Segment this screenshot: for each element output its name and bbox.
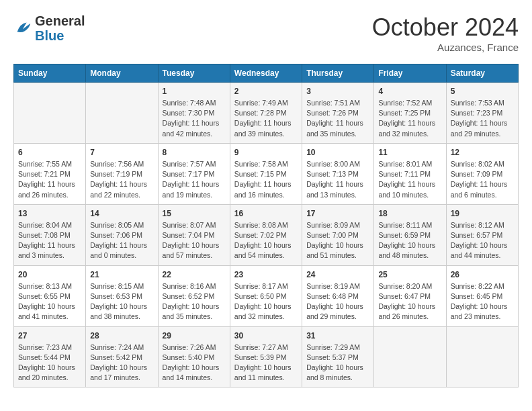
day-details: Sunrise: 8:01 AMSunset: 7:11 PMDaylight:…: [378, 159, 441, 200]
calendar-cell: 2Sunrise: 7:49 AMSunset: 7:28 PMDaylight…: [230, 83, 302, 144]
day-details: Sunrise: 7:49 AMSunset: 7:28 PMDaylight:…: [234, 98, 298, 139]
day-number: 23: [234, 270, 298, 279]
day-details: Sunrise: 8:20 AMSunset: 6:47 PMDaylight:…: [378, 281, 441, 322]
logo-blue: Blue: [35, 28, 85, 43]
day-details: Sunrise: 8:15 AMSunset: 6:53 PMDaylight:…: [90, 281, 153, 322]
day-details: Sunrise: 8:13 AMSunset: 6:55 PMDaylight:…: [18, 281, 81, 322]
day-of-week-header: Thursday: [302, 64, 374, 83]
calendar-cell: 13Sunrise: 8:04 AMSunset: 7:08 PMDayligh…: [14, 204, 86, 265]
calendar-cell: 22Sunrise: 8:16 AMSunset: 6:52 PMDayligh…: [158, 265, 230, 326]
day-of-week-header: Saturday: [446, 64, 518, 83]
calendar-cell: 16Sunrise: 8:08 AMSunset: 7:02 PMDayligh…: [230, 204, 302, 265]
day-number: 2: [234, 87, 298, 96]
calendar-week-row: 27Sunrise: 7:23 AMSunset: 5:44 PMDayligh…: [14, 326, 519, 387]
calendar-cell: [86, 83, 158, 144]
calendar-table: SundayMondayTuesdayWednesdayThursdayFrid…: [13, 64, 519, 387]
day-number: 1: [163, 87, 226, 96]
day-details: Sunrise: 8:04 AMSunset: 7:08 PMDaylight:…: [18, 220, 81, 261]
calendar-cell: 8Sunrise: 7:57 AMSunset: 7:17 PMDaylight…: [158, 143, 230, 204]
day-number: 13: [18, 209, 81, 218]
day-details: Sunrise: 7:56 AMSunset: 7:19 PMDaylight:…: [90, 159, 153, 200]
day-details: Sunrise: 7:55 AMSunset: 7:21 PMDaylight:…: [18, 159, 81, 200]
day-details: Sunrise: 7:48 AMSunset: 7:30 PMDaylight:…: [163, 98, 226, 139]
day-number: 15: [163, 209, 226, 218]
calendar-week-row: 13Sunrise: 8:04 AMSunset: 7:08 PMDayligh…: [14, 204, 519, 265]
calendar-cell: 31Sunrise: 7:29 AMSunset: 5:37 PMDayligh…: [302, 326, 374, 387]
day-details: Sunrise: 7:23 AMSunset: 5:44 PMDaylight:…: [18, 342, 81, 383]
calendar-cell: 1Sunrise: 7:48 AMSunset: 7:30 PMDaylight…: [158, 83, 230, 144]
calendar-week-row: 20Sunrise: 8:13 AMSunset: 6:55 PMDayligh…: [14, 265, 519, 326]
calendar-cell: [374, 326, 446, 387]
calendar-cell: 18Sunrise: 8:11 AMSunset: 6:59 PMDayligh…: [374, 204, 446, 265]
calendar-cell: 30Sunrise: 7:27 AMSunset: 5:39 PMDayligh…: [230, 326, 302, 387]
calendar-cell: [14, 83, 86, 144]
day-details: Sunrise: 7:26 AMSunset: 5:40 PMDaylight:…: [163, 342, 226, 383]
day-number: 22: [163, 270, 226, 279]
calendar-week-row: 6Sunrise: 7:55 AMSunset: 7:21 PMDaylight…: [14, 143, 519, 204]
day-details: Sunrise: 7:58 AMSunset: 7:15 PMDaylight:…: [234, 159, 298, 200]
calendar-cell: [446, 326, 518, 387]
day-number: 20: [18, 270, 81, 279]
day-details: Sunrise: 7:57 AMSunset: 7:17 PMDaylight:…: [163, 159, 226, 200]
day-number: 16: [234, 209, 298, 218]
calendar-cell: 27Sunrise: 7:23 AMSunset: 5:44 PMDayligh…: [14, 326, 86, 387]
day-details: Sunrise: 8:09 AMSunset: 7:00 PMDaylight:…: [306, 220, 369, 261]
day-details: Sunrise: 8:00 AMSunset: 7:13 PMDaylight:…: [306, 159, 369, 200]
calendar-cell: 7Sunrise: 7:56 AMSunset: 7:19 PMDaylight…: [86, 143, 158, 204]
calendar-header-row: SundayMondayTuesdayWednesdayThursdayFrid…: [14, 64, 519, 83]
day-details: Sunrise: 7:24 AMSunset: 5:42 PMDaylight:…: [90, 342, 153, 383]
day-number: 18: [378, 209, 441, 218]
day-details: Sunrise: 8:11 AMSunset: 6:59 PMDaylight:…: [378, 220, 441, 261]
day-of-week-header: Sunday: [14, 64, 86, 83]
calendar-cell: 4Sunrise: 7:52 AMSunset: 7:25 PMDaylight…: [374, 83, 446, 144]
calendar-cell: 21Sunrise: 8:15 AMSunset: 6:53 PMDayligh…: [86, 265, 158, 326]
logo-icon: [13, 19, 32, 38]
day-number: 30: [234, 331, 298, 340]
day-of-week-header: Friday: [374, 64, 446, 83]
location-subtitle: Auzances, France: [372, 42, 519, 53]
day-number: 7: [90, 148, 153, 157]
calendar-cell: 5Sunrise: 7:53 AMSunset: 7:23 PMDaylight…: [446, 83, 518, 144]
day-number: 12: [451, 148, 514, 157]
calendar-cell: 11Sunrise: 8:01 AMSunset: 7:11 PMDayligh…: [374, 143, 446, 204]
day-number: 27: [18, 331, 81, 340]
calendar-week-row: 1Sunrise: 7:48 AMSunset: 7:30 PMDaylight…: [14, 83, 519, 144]
day-number: 25: [378, 270, 441, 279]
day-details: Sunrise: 8:17 AMSunset: 6:50 PMDaylight:…: [234, 281, 298, 322]
day-number: 9: [234, 148, 298, 157]
calendar-cell: 19Sunrise: 8:12 AMSunset: 6:57 PMDayligh…: [446, 204, 518, 265]
day-number: 11: [378, 148, 441, 157]
day-of-week-header: Tuesday: [158, 64, 230, 83]
day-number: 10: [306, 148, 369, 157]
day-of-week-header: Monday: [86, 64, 158, 83]
day-details: Sunrise: 8:19 AMSunset: 6:48 PMDaylight:…: [306, 281, 369, 322]
day-details: Sunrise: 7:27 AMSunset: 5:39 PMDaylight:…: [234, 342, 298, 383]
calendar-cell: 14Sunrise: 8:05 AMSunset: 7:06 PMDayligh…: [86, 204, 158, 265]
page-header: General Blue October 2024 Auzances, Fran…: [13, 13, 519, 53]
day-number: 5: [451, 87, 514, 96]
day-details: Sunrise: 8:16 AMSunset: 6:52 PMDaylight:…: [163, 281, 226, 322]
calendar-cell: 6Sunrise: 7:55 AMSunset: 7:21 PMDaylight…: [14, 143, 86, 204]
day-details: Sunrise: 8:02 AMSunset: 7:09 PMDaylight:…: [451, 159, 514, 200]
day-details: Sunrise: 8:22 AMSunset: 6:45 PMDaylight:…: [451, 281, 514, 322]
day-number: 24: [306, 270, 369, 279]
day-details: Sunrise: 7:53 AMSunset: 7:23 PMDaylight:…: [451, 98, 514, 139]
day-number: 14: [90, 209, 153, 218]
day-number: 21: [90, 270, 153, 279]
calendar-cell: 3Sunrise: 7:51 AMSunset: 7:26 PMDaylight…: [302, 83, 374, 144]
calendar-cell: 29Sunrise: 7:26 AMSunset: 5:40 PMDayligh…: [158, 326, 230, 387]
day-details: Sunrise: 8:07 AMSunset: 7:04 PMDaylight:…: [163, 220, 226, 261]
logo: General Blue: [13, 13, 85, 43]
day-details: Sunrise: 8:08 AMSunset: 7:02 PMDaylight:…: [234, 220, 298, 261]
day-number: 8: [163, 148, 226, 157]
calendar-cell: 24Sunrise: 8:19 AMSunset: 6:48 PMDayligh…: [302, 265, 374, 326]
calendar-cell: 15Sunrise: 8:07 AMSunset: 7:04 PMDayligh…: [158, 204, 230, 265]
day-details: Sunrise: 8:12 AMSunset: 6:57 PMDaylight:…: [451, 220, 514, 261]
day-number: 31: [306, 331, 369, 340]
day-of-week-header: Wednesday: [230, 64, 302, 83]
day-number: 4: [378, 87, 441, 96]
month-title: October 2024: [372, 13, 519, 42]
calendar-cell: 26Sunrise: 8:22 AMSunset: 6:45 PMDayligh…: [446, 265, 518, 326]
title-block: October 2024 Auzances, France: [372, 13, 519, 53]
calendar-cell: 12Sunrise: 8:02 AMSunset: 7:09 PMDayligh…: [446, 143, 518, 204]
